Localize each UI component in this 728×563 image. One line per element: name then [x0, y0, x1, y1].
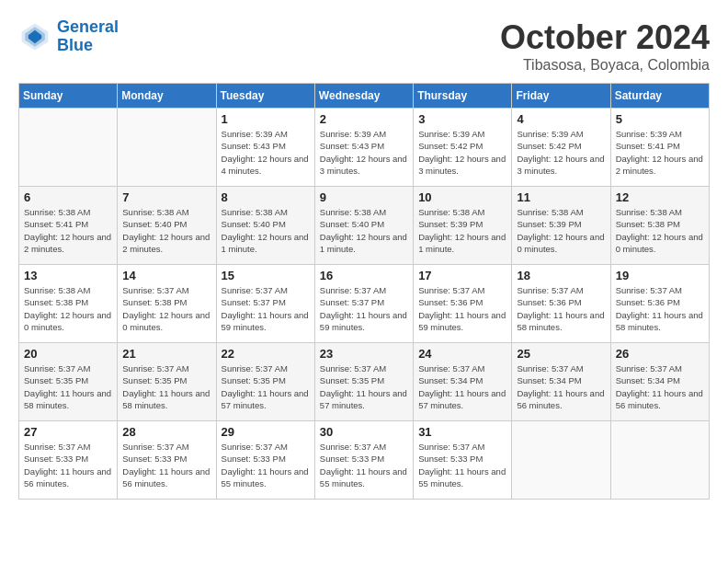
day-number: 29 [222, 425, 310, 439]
day-info: Sunrise: 5:37 AM Sunset: 5:33 PM Dayligh… [320, 441, 408, 489]
day-number: 22 [222, 347, 310, 361]
day-info: Sunrise: 5:38 AM Sunset: 5:38 PM Dayligh… [616, 206, 704, 255]
day-cell: 12Sunrise: 5:38 AM Sunset: 5:38 PM Dayli… [610, 187, 709, 265]
day-cell: 27Sunrise: 5:37 AM Sunset: 5:33 PM Dayli… [19, 421, 118, 500]
day-number: 23 [320, 347, 408, 361]
day-cell: 24Sunrise: 5:37 AM Sunset: 5:34 PM Dayli… [414, 343, 512, 421]
header-cell-saturday: Saturday [610, 84, 709, 109]
day-info: Sunrise: 5:37 AM Sunset: 5:33 PM Dayligh… [122, 441, 210, 489]
day-cell: 5Sunrise: 5:39 AM Sunset: 5:41 PM Daylig… [610, 109, 709, 187]
day-number: 28 [122, 425, 210, 439]
day-cell [19, 109, 118, 187]
day-number: 12 [616, 190, 704, 204]
day-info: Sunrise: 5:37 AM Sunset: 5:36 PM Dayligh… [418, 284, 506, 333]
day-cell [610, 421, 709, 500]
day-number: 16 [320, 269, 408, 282]
day-cell: 28Sunrise: 5:37 AM Sunset: 5:33 PM Dayli… [118, 421, 216, 500]
day-number: 17 [418, 269, 506, 282]
week-row-0: 1Sunrise: 5:39 AM Sunset: 5:43 PM Daylig… [19, 109, 710, 187]
day-cell: 23Sunrise: 5:37 AM Sunset: 5:35 PM Dayli… [314, 343, 413, 421]
day-number: 3 [418, 112, 506, 126]
day-info: Sunrise: 5:37 AM Sunset: 5:33 PM Dayligh… [418, 441, 506, 489]
day-info: Sunrise: 5:37 AM Sunset: 5:33 PM Dayligh… [24, 441, 112, 489]
day-number: 7 [122, 190, 210, 204]
day-number: 4 [517, 112, 605, 126]
day-number: 5 [616, 112, 704, 126]
day-info: Sunrise: 5:37 AM Sunset: 5:37 PM Dayligh… [222, 284, 310, 333]
day-number: 30 [320, 425, 408, 439]
day-number: 8 [222, 190, 310, 204]
day-info: Sunrise: 5:39 AM Sunset: 5:41 PM Dayligh… [616, 128, 704, 177]
day-cell: 9Sunrise: 5:38 AM Sunset: 5:40 PM Daylig… [314, 187, 413, 265]
day-number: 10 [418, 190, 506, 204]
day-cell: 16Sunrise: 5:37 AM Sunset: 5:37 PM Dayli… [314, 265, 413, 343]
day-cell: 3Sunrise: 5:39 AM Sunset: 5:42 PM Daylig… [414, 109, 512, 187]
header-cell-tuesday: Tuesday [216, 84, 314, 109]
header-cell-thursday: Thursday [414, 84, 512, 109]
day-cell: 1Sunrise: 5:39 AM Sunset: 5:43 PM Daylig… [216, 109, 314, 187]
week-row-3: 20Sunrise: 5:37 AM Sunset: 5:35 PM Dayli… [19, 343, 710, 421]
day-info: Sunrise: 5:37 AM Sunset: 5:35 PM Dayligh… [122, 362, 210, 411]
day-cell: 19Sunrise: 5:37 AM Sunset: 5:36 PM Dayli… [610, 265, 709, 343]
day-info: Sunrise: 5:38 AM Sunset: 5:39 PM Dayligh… [418, 206, 506, 255]
day-cell [118, 109, 216, 187]
day-number: 21 [122, 347, 210, 361]
day-info: Sunrise: 5:39 AM Sunset: 5:42 PM Dayligh… [517, 128, 605, 177]
day-cell: 22Sunrise: 5:37 AM Sunset: 5:35 PM Dayli… [216, 343, 314, 421]
day-cell: 15Sunrise: 5:37 AM Sunset: 5:37 PM Dayli… [216, 265, 314, 343]
logo: General Blue [18, 18, 119, 55]
day-number: 2 [320, 112, 408, 126]
header-cell-sunday: Sunday [19, 84, 118, 109]
week-row-4: 27Sunrise: 5:37 AM Sunset: 5:33 PM Dayli… [19, 421, 710, 500]
logo-line2: Blue [57, 36, 93, 54]
day-number: 24 [418, 347, 506, 361]
day-info: Sunrise: 5:37 AM Sunset: 5:36 PM Dayligh… [616, 284, 704, 333]
day-info: Sunrise: 5:37 AM Sunset: 5:33 PM Dayligh… [222, 441, 310, 489]
day-cell: 8Sunrise: 5:38 AM Sunset: 5:40 PM Daylig… [216, 187, 314, 265]
day-cell [512, 421, 610, 500]
day-number: 11 [517, 190, 605, 204]
header: General Blue October 2024 Tibasosa, Boya… [18, 18, 710, 74]
day-cell: 13Sunrise: 5:38 AM Sunset: 5:38 PM Dayli… [19, 265, 118, 343]
day-info: Sunrise: 5:37 AM Sunset: 5:35 PM Dayligh… [320, 362, 408, 411]
logo-line1: General [57, 17, 119, 36]
day-number: 19 [616, 269, 704, 282]
day-info: Sunrise: 5:37 AM Sunset: 5:35 PM Dayligh… [24, 362, 112, 411]
day-number: 14 [122, 269, 210, 282]
day-info: Sunrise: 5:38 AM Sunset: 5:38 PM Dayligh… [24, 284, 112, 333]
day-cell: 7Sunrise: 5:38 AM Sunset: 5:40 PM Daylig… [118, 187, 216, 265]
day-info: Sunrise: 5:38 AM Sunset: 5:40 PM Dayligh… [320, 206, 408, 255]
day-number: 25 [517, 347, 605, 361]
logo-text: General Blue [57, 18, 119, 55]
day-number: 6 [24, 190, 112, 204]
day-number: 20 [24, 347, 112, 361]
day-number: 15 [222, 269, 310, 282]
day-number: 18 [517, 269, 605, 282]
day-number: 27 [24, 425, 112, 439]
header-row: SundayMondayTuesdayWednesdayThursdayFrid… [19, 84, 710, 109]
day-cell: 14Sunrise: 5:37 AM Sunset: 5:38 PM Dayli… [118, 265, 216, 343]
week-row-2: 13Sunrise: 5:38 AM Sunset: 5:38 PM Dayli… [19, 265, 710, 343]
day-info: Sunrise: 5:39 AM Sunset: 5:43 PM Dayligh… [320, 128, 408, 177]
day-info: Sunrise: 5:38 AM Sunset: 5:39 PM Dayligh… [517, 206, 605, 255]
day-info: Sunrise: 5:37 AM Sunset: 5:38 PM Dayligh… [122, 284, 210, 333]
day-info: Sunrise: 5:37 AM Sunset: 5:37 PM Dayligh… [320, 284, 408, 333]
day-info: Sunrise: 5:38 AM Sunset: 5:40 PM Dayligh… [122, 206, 210, 255]
day-info: Sunrise: 5:38 AM Sunset: 5:41 PM Dayligh… [24, 206, 112, 255]
header-cell-friday: Friday [512, 84, 610, 109]
day-number: 31 [418, 425, 506, 439]
day-number: 13 [24, 269, 112, 282]
day-cell: 25Sunrise: 5:37 AM Sunset: 5:34 PM Dayli… [512, 343, 610, 421]
day-info: Sunrise: 5:37 AM Sunset: 5:35 PM Dayligh… [222, 362, 310, 411]
day-info: Sunrise: 5:37 AM Sunset: 5:34 PM Dayligh… [418, 362, 506, 411]
day-number: 26 [616, 347, 704, 361]
day-number: 9 [320, 190, 408, 204]
day-info: Sunrise: 5:37 AM Sunset: 5:34 PM Dayligh… [616, 362, 704, 411]
day-cell: 18Sunrise: 5:37 AM Sunset: 5:36 PM Dayli… [512, 265, 610, 343]
calendar-table: SundayMondayTuesdayWednesdayThursdayFrid… [18, 83, 710, 500]
location-subtitle: Tibasosa, Boyaca, Colombia [500, 57, 710, 74]
day-cell: 6Sunrise: 5:38 AM Sunset: 5:41 PM Daylig… [19, 187, 118, 265]
day-cell: 26Sunrise: 5:37 AM Sunset: 5:34 PM Dayli… [610, 343, 709, 421]
day-info: Sunrise: 5:37 AM Sunset: 5:34 PM Dayligh… [517, 362, 605, 411]
day-cell: 17Sunrise: 5:37 AM Sunset: 5:36 PM Dayli… [414, 265, 512, 343]
